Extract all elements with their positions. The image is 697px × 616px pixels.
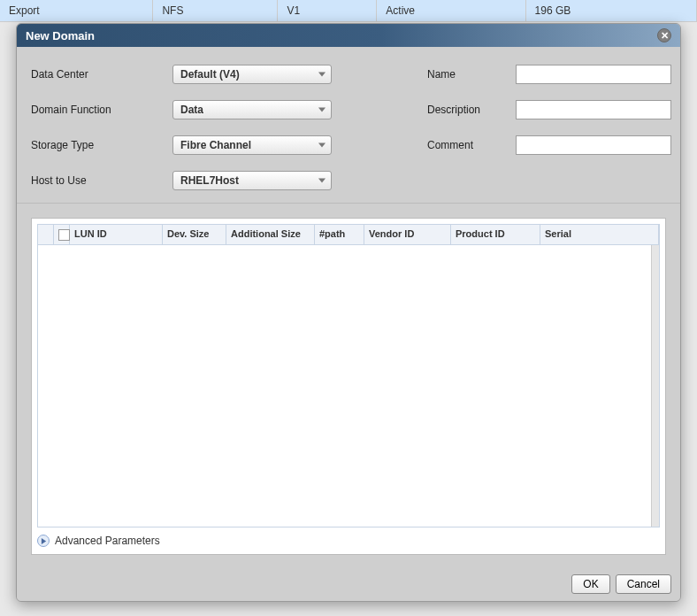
col-additional-size[interactable]: Additional Size (226, 225, 315, 244)
description-field[interactable] (516, 100, 671, 119)
new-domain-dialog: New Domain ✕ Data Center Default (V4) Na… (16, 23, 681, 602)
bg-cell: 196 GB (525, 0, 696, 22)
col-path[interactable]: #path (315, 225, 364, 244)
content-area: LUN ID Dev. Size Additional Size #path V… (31, 218, 666, 555)
ok-button[interactable]: OK (571, 574, 609, 594)
comment-field[interactable] (516, 135, 671, 155)
col-serial[interactable]: Serial (540, 225, 659, 244)
cancel-button[interactable]: Cancel (616, 574, 671, 594)
advanced-parameters-toggle[interactable]: Advanced Parameters (37, 527, 660, 549)
col-vendor[interactable]: Vendor ID (364, 225, 451, 244)
bg-cell: Export (0, 0, 153, 22)
bg-cell: V1 (278, 0, 377, 22)
form-area: Data Center Default (V4) Name Domain Fun… (17, 47, 680, 204)
lun-table-header: LUN ID Dev. Size Additional Size #path V… (38, 225, 659, 245)
lun-table-body (38, 245, 659, 527)
col-dev-size[interactable]: Dev. Size (163, 225, 226, 244)
storage-type-label: Storage Type (31, 139, 172, 151)
dialog-title: New Domain (26, 29, 95, 42)
close-icon[interactable]: ✕ (657, 28, 671, 42)
select-all-column[interactable] (54, 225, 70, 244)
col-lun-id[interactable]: LUN ID (70, 225, 163, 244)
data-center-label: Data Center (31, 68, 172, 81)
advanced-parameters-label: Advanced Parameters (55, 535, 160, 547)
name-field[interactable] (516, 65, 671, 84)
domain-function-label: Domain Function (31, 104, 172, 116)
col-product[interactable]: Product ID (451, 225, 540, 244)
data-center-select[interactable]: Default (V4) (172, 65, 332, 84)
storage-type-select[interactable]: Fibre Channel (172, 135, 332, 155)
lun-table: LUN ID Dev. Size Additional Size #path V… (37, 224, 660, 527)
bg-cell: NFS (153, 0, 278, 22)
host-select[interactable]: RHEL7Host (172, 171, 332, 190)
description-label: Description (427, 104, 516, 116)
host-label: Host to Use (31, 174, 172, 187)
name-label: Name (427, 68, 516, 81)
domain-function-select[interactable]: Data (172, 100, 332, 119)
dialog-footer: OK Cancel (17, 569, 680, 601)
chevron-right-icon (37, 535, 50, 547)
expand-column (38, 225, 54, 244)
dialog-titlebar[interactable]: New Domain ✕ (17, 24, 680, 47)
bg-cell: Active (377, 0, 525, 22)
comment-label: Comment (427, 139, 516, 151)
scrollbar[interactable] (651, 245, 659, 527)
background-storage-table: Export NFS V1 Active 196 GB (0, 0, 697, 22)
